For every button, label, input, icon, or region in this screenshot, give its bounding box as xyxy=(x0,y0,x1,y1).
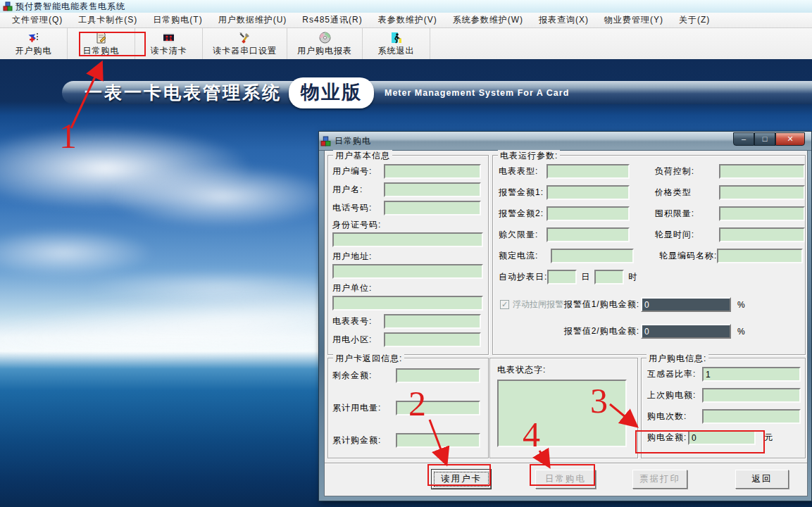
field-label: 电话号码: xyxy=(332,202,384,214)
field-label: 负荷控制: xyxy=(655,165,719,177)
banner-subtitle: Meter Management System For A Card xyxy=(385,88,569,98)
group-meter-status: 电表状态字: xyxy=(489,358,638,458)
maximize-button[interactable]: □ xyxy=(754,132,775,146)
toolbar-button-label: 系统退出 xyxy=(378,45,415,57)
system-exit-icon xyxy=(389,31,403,44)
menu-daily-purchase[interactable]: 日常购电(T) xyxy=(145,13,210,27)
display-code-name-input[interactable] xyxy=(717,249,803,263)
unit-label: 日 xyxy=(581,271,590,283)
auto-read-hour-input[interactable] xyxy=(594,270,624,284)
app-title: 预付费智能电能表售电系统 xyxy=(15,1,125,13)
dialog-titlebar[interactable]: 日常购电 – □ ✕ xyxy=(319,132,811,151)
phone-input[interactable] xyxy=(384,201,481,215)
group-title: 用户卡返回信息: xyxy=(333,353,404,365)
menu-tool-card[interactable]: 工具卡制作(S) xyxy=(70,13,145,27)
load-control-input[interactable] xyxy=(719,164,805,179)
annotation-box-toolbar-daily-purchase xyxy=(79,32,146,56)
checkbox-checked-disabled[interactable]: ✓ xyxy=(500,300,509,309)
menu-about[interactable]: 关于(Z) xyxy=(671,13,718,27)
rated-current-input[interactable] xyxy=(551,249,634,263)
annotation-box-daily-purchase-button xyxy=(530,464,595,486)
menu-rs485[interactable]: Rs485通讯(R) xyxy=(294,13,370,27)
field-label: 电表状态字: xyxy=(497,365,546,375)
field-label: 报警金额1: xyxy=(499,187,546,199)
annotation-step-1: 1 xyxy=(59,118,77,154)
work-unit-input[interactable] xyxy=(332,296,483,311)
annotation-step-2: 2 xyxy=(408,386,426,421)
auto-read-day-input[interactable] xyxy=(547,270,577,284)
menu-reports[interactable]: 报表查询(X) xyxy=(531,13,596,27)
display-time-input[interactable] xyxy=(719,227,805,242)
toolbar-purchase-report-button[interactable]: 用户购电报表 xyxy=(287,28,363,59)
field-label: 用户地址: xyxy=(332,251,484,263)
alarm-amount2-input[interactable] xyxy=(546,206,630,221)
last-purchase-input[interactable] xyxy=(702,388,801,403)
toolbar-reader-serial-settings-button[interactable]: 读卡器串口设置 xyxy=(203,28,287,59)
toolbar-button-label: 用户购电报表 xyxy=(297,45,352,57)
annotation-step-3: 3 xyxy=(590,383,608,418)
field-label: 囤积限量: xyxy=(655,208,719,220)
field-label: 报警金额2: xyxy=(499,208,546,220)
menu-user-data[interactable]: 用户数据维护(U) xyxy=(211,13,295,27)
field-label: 用户名: xyxy=(332,184,384,196)
app-titlebar: 预付费智能电能表售电系统 xyxy=(0,0,812,13)
card-reader-serial-settings-icon xyxy=(238,31,251,44)
menu-bar: 文件管理(Q) 工具卡制作(S) 日常购电(T) 用户数据维护(U) Rs485… xyxy=(0,13,812,28)
alarm2-ratio-row: 报警值2/购电金额: % xyxy=(554,324,745,339)
banner-title: 一表一卡电表管理系统 xyxy=(85,81,282,104)
user-name-input[interactable] xyxy=(384,182,481,197)
unit-label: 元 xyxy=(764,432,805,444)
meter-type-input[interactable] xyxy=(546,164,630,179)
total-purchase-input[interactable] xyxy=(396,433,480,448)
field-label: 赊欠限量: xyxy=(499,229,546,241)
dialog-title: 日常购电 xyxy=(335,135,730,147)
minimize-button[interactable]: – xyxy=(733,132,754,146)
field-label: 报警值1/购电金额: xyxy=(554,299,639,311)
credit-limit-input[interactable] xyxy=(546,227,630,242)
field-label: 购电次数: xyxy=(647,411,702,423)
dialog-logo-icon xyxy=(320,136,331,146)
group-meter-params: 电表运行参数: 电表表型: 负荷控制: 报警金额1: 价格类型 报警金额2: 囤… xyxy=(492,155,806,355)
purchase-count-input[interactable] xyxy=(702,409,801,424)
field-label: 电表表号: xyxy=(332,315,384,327)
read-clear-card-icon xyxy=(162,31,175,44)
receipt-print-button[interactable]: 票据打印 xyxy=(632,470,687,489)
id-card-input[interactable] xyxy=(332,232,483,247)
close-button[interactable]: ✕ xyxy=(775,132,805,146)
menu-meter-params[interactable]: 表参数维护(V) xyxy=(370,13,445,27)
annotation-box-purchase-amount xyxy=(635,430,765,453)
price-type-input[interactable] xyxy=(719,185,805,200)
annotation-box-read-card-button xyxy=(427,464,491,486)
return-button[interactable]: 返回 xyxy=(735,470,789,489)
cloud-decoration xyxy=(106,165,338,228)
meter-number-input[interactable] xyxy=(384,314,481,329)
field-label: 电表表型: xyxy=(499,165,546,177)
field-label: 报警值2/购电金额: xyxy=(554,325,639,337)
unit-label: 时 xyxy=(628,271,637,283)
community-input[interactable] xyxy=(384,332,481,347)
user-id-input[interactable] xyxy=(384,164,481,179)
menu-file[interactable]: 文件管理(Q) xyxy=(4,13,70,27)
toolbar-system-exit-button[interactable]: 系统退出 xyxy=(363,28,430,59)
menu-system-params[interactable]: 系统参数维护(W) xyxy=(445,13,531,27)
app-logo-icon xyxy=(3,1,13,11)
transformer-ratio-input[interactable] xyxy=(702,367,801,382)
hoard-limit-input[interactable] xyxy=(719,206,805,221)
percent-label: % xyxy=(737,327,745,337)
percent-label: % xyxy=(737,300,745,310)
field-label: 轮显编码名称: xyxy=(659,250,717,262)
group-user-basic-info: 用户基本信息 用户编号: 用户名: 电话号码: 身份证号码: 用户地址: 用户单… xyxy=(327,155,489,355)
field-label: 累计用电量: xyxy=(332,402,396,414)
alarm1-ratio-row: 报警值1/购电金额: % xyxy=(554,297,745,312)
menu-property-fee[interactable]: 物业费管理(Y) xyxy=(596,13,671,27)
toolbar-open-account-button[interactable]: 开户购电 xyxy=(0,28,68,59)
address-input[interactable] xyxy=(332,264,483,279)
alarm2-ratio-input[interactable] xyxy=(641,324,731,339)
alarm-amount1-input[interactable] xyxy=(546,185,630,200)
alarm1-ratio-input[interactable] xyxy=(641,297,731,312)
field-label: 额定电流: xyxy=(499,250,551,262)
toolbar-button-label: 开户购电 xyxy=(15,45,52,57)
app-window: 预付费智能电能表售电系统 文件管理(Q) 工具卡制作(S) 日常购电(T) 用户… xyxy=(0,0,812,507)
field-label: 自动抄表日: xyxy=(499,271,547,283)
remaining-amount-input[interactable] xyxy=(396,368,480,383)
